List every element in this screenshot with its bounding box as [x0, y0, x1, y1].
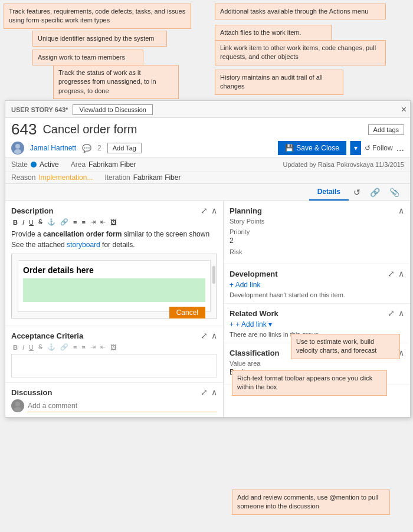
dev-header: Development ⤢ ∧ — [230, 269, 404, 278]
discussion-collapse-icon[interactable]: ∧ — [211, 387, 217, 397]
reason-value[interactable]: Implementation... — [38, 173, 93, 182]
iteration-value[interactable]: Fabrikam Fiber — [133, 173, 181, 182]
tooltip-link-work-item: Link work item to other work items, code… — [215, 40, 386, 65]
description-section: Description ⤢ ∧ B I U S̶ ⚓ 🔗 ≡ ≡ ⇥ — [5, 201, 223, 326]
assignee-name[interactable]: Jamal Hartnett — [30, 144, 76, 152]
italic-button[interactable]: I — [21, 218, 26, 226]
ac-italic-button[interactable]: I — [21, 343, 26, 352]
updated-text: Updated by Raisa Pokrovskaya 11/3/2015 — [283, 161, 404, 168]
ac-hyperlink-button[interactable]: 🔗 — [58, 343, 70, 352]
mock-screenshot: Order details here Cancel — [11, 254, 217, 318]
tab-attachment-icon[interactable]: 📎 — [385, 184, 404, 201]
planning-section: Planning ∧ Story Points Priority 2 Risk — [224, 201, 410, 264]
acceptance-criteria-section: Acceptance Criteria ⤢ ∧ B I U S̶ ⚓ 🔗 ≡ ≡ — [5, 326, 223, 383]
image-button[interactable]: 🖼 — [109, 218, 119, 226]
strikethrough-button[interactable]: S̶ — [37, 218, 44, 226]
discussion-section: Discussion ⤢ ∧ — [5, 383, 223, 417]
save-dropdown-button[interactable]: ▾ — [350, 141, 361, 155]
ordered-list-button[interactable]: ≡ — [80, 218, 87, 226]
dialog-header: USER STORY 643* View/add to Discussion — [5, 101, 410, 118]
work-item-id: 643 — [11, 120, 37, 139]
svg-point-0 — [15, 144, 20, 149]
dev-add-link-button[interactable]: Add link — [230, 281, 260, 289]
tooltip-history: History maintains an audit trail of all … — [215, 70, 343, 95]
title-row: 643 Cancel order form Add tags — [5, 118, 410, 140]
ac-expand-icon[interactable]: ⤢ — [201, 331, 208, 340]
related-expand-icon[interactable]: ⤢ — [388, 308, 395, 318]
indent-button[interactable]: ⇥ — [88, 218, 97, 226]
link-button[interactable]: ⚓ — [45, 218, 57, 226]
tooltip-discussion: Add and review comments, use @mention to… — [232, 490, 390, 515]
save-icon: 💾 — [285, 144, 294, 152]
ac-indent-button[interactable]: ⇥ — [88, 343, 97, 352]
follow-icon: ↺ — [365, 144, 371, 152]
ac-outdent-button[interactable]: ⇤ — [99, 343, 107, 352]
view-discussion-button[interactable]: View/add to Discussion — [73, 104, 153, 115]
state-value[interactable]: Active — [40, 160, 59, 169]
ac-ul-button[interactable]: ≡ — [71, 343, 78, 352]
tooltip-assign-work: Assign work to team members — [32, 50, 143, 65]
tooltip-unique-id: Unique identifier assigned by the system — [32, 31, 167, 47]
add-tag-button[interactable]: Add Tag — [107, 143, 142, 153]
dev-collapse-icon[interactable]: ∧ — [398, 269, 404, 278]
description-text: Provide a cancellation order form simila… — [11, 229, 217, 250]
related-title: Related Work — [230, 309, 278, 318]
discussion-expand-icon[interactable]: ⤢ — [201, 387, 208, 397]
close-button[interactable]: × — [401, 104, 407, 115]
ac-bold-button[interactable]: B — [11, 343, 19, 352]
dev-expand-icon[interactable]: ⤢ — [388, 269, 395, 278]
outdent-button[interactable]: ⇤ — [99, 218, 107, 226]
tab-link-icon[interactable]: 🔗 — [365, 184, 385, 201]
add-tags-button[interactable]: Add tags — [368, 124, 404, 135]
work-item-title[interactable]: Cancel order form — [42, 123, 362, 136]
more-button[interactable]: ... — [396, 143, 404, 153]
priority-label: Priority — [230, 228, 404, 235]
planning-collapse-icon[interactable]: ∧ — [398, 206, 404, 215]
description-icons: ⤢ ∧ — [201, 206, 217, 215]
action-buttons: 💾 Save & Close ▾ ↺ Follow ... — [278, 141, 404, 155]
related-add-link-button[interactable]: + Add link ▾ — [230, 320, 272, 329]
ac-collapse-icon[interactable]: ∧ — [211, 331, 217, 340]
area-value[interactable]: Fabrikam Fiber — [88, 160, 136, 169]
underline-button[interactable]: U — [27, 218, 35, 226]
svg-point-1 — [14, 149, 21, 154]
discussion-title: Discussion — [11, 388, 52, 397]
classification-title: Classification — [230, 349, 280, 357]
planning-header: Planning ∧ — [230, 206, 404, 215]
tabs-row: Details ↺ 🔗 📎 — [5, 183, 410, 201]
mock-inner: Order details here Cancel — [18, 260, 211, 312]
ac-strikethrough-button[interactable]: S̶ — [37, 343, 44, 352]
dev-title: Development — [230, 270, 278, 278]
tab-details[interactable]: Details — [309, 184, 349, 201]
desc-text-bold: cancellation order form — [43, 230, 122, 238]
related-collapse-icon[interactable]: ∧ — [398, 308, 404, 318]
collapse-icon[interactable]: ∧ — [211, 206, 217, 215]
expand-icon[interactable]: ⤢ — [201, 206, 208, 215]
tooltip-rich-text: Rich-text format toolbar appears once yo… — [232, 370, 387, 396]
ac-underline-button[interactable]: U — [27, 343, 35, 352]
ac-image-button[interactable]: 🖼 — [109, 343, 119, 352]
desc-storyboard-link[interactable]: storyboard — [67, 241, 100, 249]
planning-title: Planning — [230, 206, 262, 215]
dev-icons: ⤢ ∧ — [388, 269, 404, 278]
desc-text-part3: See the attached — [11, 241, 67, 249]
ac-link-button[interactable]: ⚓ — [45, 343, 57, 352]
dev-note: Development hasn't started on this item. — [230, 291, 404, 298]
ac-ol-button[interactable]: ≡ — [80, 343, 87, 352]
priority-value[interactable]: 2 — [230, 237, 404, 245]
reason-label: Reason — [11, 173, 35, 182]
follow-button[interactable]: ↺ Follow — [365, 144, 393, 152]
description-header: Description ⤢ ∧ — [11, 206, 217, 215]
bold-button[interactable]: B — [11, 218, 19, 226]
comment-input[interactable] — [28, 400, 217, 412]
hyperlink-button[interactable]: 🔗 — [58, 218, 70, 226]
scrollbar[interactable] — [212, 266, 215, 284]
tab-history-icon[interactable]: ↺ — [349, 184, 365, 201]
tooltip-track-features: Track features, requirements, code defec… — [4, 4, 191, 29]
save-close-button[interactable]: 💾 Save & Close — [278, 141, 346, 155]
unordered-list-button[interactable]: ≡ — [71, 218, 78, 226]
reason-field: Reason Implementation... — [11, 173, 93, 182]
ac-editor-area[interactable] — [11, 354, 217, 377]
ac-toolbar: B I U S̶ ⚓ 🔗 ≡ ≡ ⇥ ⇤ 🖼 — [11, 343, 217, 352]
discussion-icons: ⤢ ∧ — [201, 387, 217, 397]
